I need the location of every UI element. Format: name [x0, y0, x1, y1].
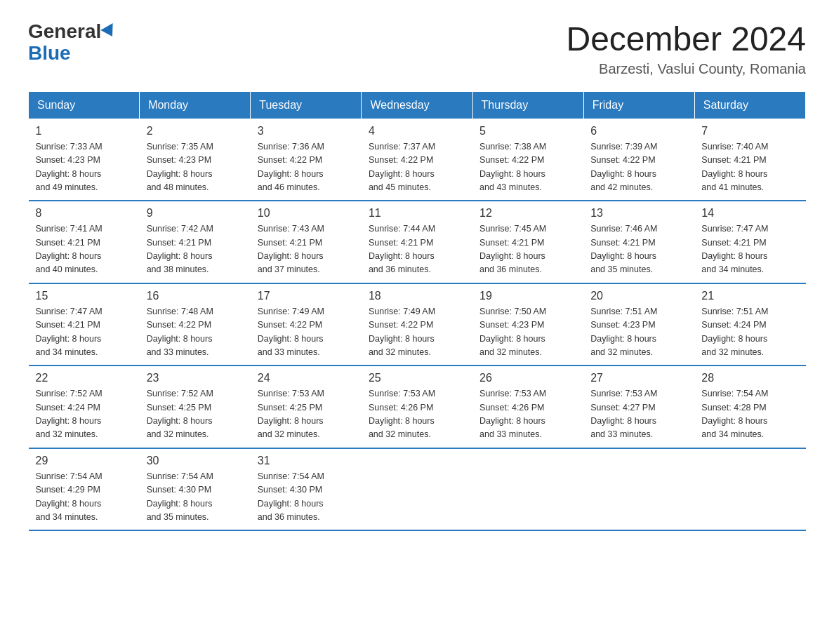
day-info: Sunrise: 7:37 AMSunset: 4:22 PMDaylight:… [369, 140, 465, 195]
day-cell: 14 Sunrise: 7:47 AMSunset: 4:21 PMDaylig… [694, 201, 805, 283]
day-number: 1 [36, 125, 133, 137]
day-number: 19 [479, 290, 576, 302]
day-cell: 5 Sunrise: 7:38 AMSunset: 4:22 PMDayligh… [472, 119, 583, 201]
month-title: December 2024 [566, 21, 806, 58]
week-row-1: 1 Sunrise: 7:33 AMSunset: 4:23 PMDayligh… [29, 119, 806, 201]
day-cell: 24 Sunrise: 7:53 AMSunset: 4:25 PMDaylig… [251, 365, 362, 448]
day-info: Sunrise: 7:51 AMSunset: 4:23 PMDaylight:… [590, 305, 687, 360]
day-number: 4 [369, 125, 465, 137]
day-number: 30 [147, 455, 244, 467]
day-info: Sunrise: 7:53 AMSunset: 4:26 PMDaylight:… [479, 387, 576, 442]
day-number: 11 [369, 207, 465, 220]
weekday-header-monday: Monday [140, 91, 251, 119]
day-number: 24 [258, 372, 355, 384]
weekday-header-tuesday: Tuesday [251, 91, 362, 119]
day-number: 10 [258, 207, 355, 220]
day-cell: 10 Sunrise: 7:43 AMSunset: 4:21 PMDaylig… [251, 201, 362, 283]
day-info: Sunrise: 7:36 AMSunset: 4:22 PMDaylight:… [258, 140, 355, 195]
day-cell: 6 Sunrise: 7:39 AMSunset: 4:22 PMDayligh… [583, 119, 694, 201]
day-number: 22 [36, 372, 133, 384]
page-header: General Blue December 2024 Barzesti, Vas… [28, 21, 806, 77]
day-info: Sunrise: 7:40 AMSunset: 4:21 PMDaylight:… [701, 140, 798, 195]
day-info: Sunrise: 7:44 AMSunset: 4:21 PMDaylight:… [369, 222, 465, 277]
day-info: Sunrise: 7:52 AMSunset: 4:25 PMDaylight:… [147, 387, 244, 442]
day-number: 29 [36, 455, 133, 467]
day-info: Sunrise: 7:54 AMSunset: 4:30 PMDaylight:… [258, 470, 355, 525]
day-number: 21 [701, 290, 798, 302]
day-info: Sunrise: 7:53 AMSunset: 4:26 PMDaylight:… [369, 387, 465, 442]
day-number: 8 [36, 207, 133, 220]
day-cell: 8 Sunrise: 7:41 AMSunset: 4:21 PMDayligh… [29, 201, 140, 283]
day-cell: 31 Sunrise: 7:54 AMSunset: 4:30 PMDaylig… [251, 448, 362, 531]
logo-triangle-icon [101, 23, 119, 40]
day-info: Sunrise: 7:50 AMSunset: 4:23 PMDaylight:… [479, 305, 576, 360]
day-info: Sunrise: 7:54 AMSunset: 4:30 PMDaylight:… [147, 470, 244, 525]
day-cell: 2 Sunrise: 7:35 AMSunset: 4:23 PMDayligh… [140, 119, 251, 201]
location-title: Barzesti, Vaslui County, Romania [566, 61, 806, 77]
day-info: Sunrise: 7:42 AMSunset: 4:21 PMDaylight:… [147, 222, 244, 277]
day-number: 3 [258, 125, 355, 137]
day-info: Sunrise: 7:46 AMSunset: 4:21 PMDaylight:… [590, 222, 687, 277]
day-cell: 13 Sunrise: 7:46 AMSunset: 4:21 PMDaylig… [583, 201, 694, 283]
day-cell: 29 Sunrise: 7:54 AMSunset: 4:29 PMDaylig… [29, 448, 140, 531]
weekday-header-wednesday: Wednesday [362, 91, 472, 119]
day-cell: 18 Sunrise: 7:49 AMSunset: 4:22 PMDaylig… [362, 283, 472, 366]
day-number: 14 [701, 207, 798, 220]
day-info: Sunrise: 7:45 AMSunset: 4:21 PMDaylight:… [479, 222, 576, 277]
day-number: 26 [479, 372, 576, 384]
day-cell: 15 Sunrise: 7:47 AMSunset: 4:21 PMDaylig… [29, 283, 140, 366]
day-cell [694, 448, 805, 531]
day-cell [583, 448, 694, 531]
day-info: Sunrise: 7:47 AMSunset: 4:21 PMDaylight:… [701, 222, 798, 277]
day-cell: 27 Sunrise: 7:53 AMSunset: 4:27 PMDaylig… [583, 365, 694, 448]
day-cell: 22 Sunrise: 7:52 AMSunset: 4:24 PMDaylig… [29, 365, 140, 448]
logo: General Blue [28, 21, 117, 65]
day-cell: 25 Sunrise: 7:53 AMSunset: 4:26 PMDaylig… [362, 365, 472, 448]
day-info: Sunrise: 7:35 AMSunset: 4:23 PMDaylight:… [147, 140, 244, 195]
day-number: 13 [590, 207, 687, 220]
day-cell: 7 Sunrise: 7:40 AMSunset: 4:21 PMDayligh… [694, 119, 805, 201]
day-info: Sunrise: 7:52 AMSunset: 4:24 PMDaylight:… [36, 387, 133, 442]
day-info: Sunrise: 7:53 AMSunset: 4:27 PMDaylight:… [590, 387, 687, 442]
day-cell: 4 Sunrise: 7:37 AMSunset: 4:22 PMDayligh… [362, 119, 472, 201]
day-info: Sunrise: 7:41 AMSunset: 4:21 PMDaylight:… [36, 222, 133, 277]
weekday-header-row: SundayMondayTuesdayWednesdayThursdayFrid… [29, 91, 806, 119]
day-number: 9 [147, 207, 244, 220]
week-row-4: 22 Sunrise: 7:52 AMSunset: 4:24 PMDaylig… [29, 365, 806, 448]
day-number: 7 [701, 125, 798, 137]
day-number: 15 [36, 290, 133, 302]
day-info: Sunrise: 7:47 AMSunset: 4:21 PMDaylight:… [36, 305, 133, 360]
day-cell: 11 Sunrise: 7:44 AMSunset: 4:21 PMDaylig… [362, 201, 472, 283]
day-number: 23 [147, 372, 244, 384]
weekday-header-sunday: Sunday [29, 91, 140, 119]
day-cell: 16 Sunrise: 7:48 AMSunset: 4:22 PMDaylig… [140, 283, 251, 366]
calendar-table: SundayMondayTuesdayWednesdayThursdayFrid… [28, 91, 806, 532]
day-cell: 20 Sunrise: 7:51 AMSunset: 4:23 PMDaylig… [583, 283, 694, 366]
week-row-2: 8 Sunrise: 7:41 AMSunset: 4:21 PMDayligh… [29, 201, 806, 283]
day-cell: 3 Sunrise: 7:36 AMSunset: 4:22 PMDayligh… [251, 119, 362, 201]
day-cell: 1 Sunrise: 7:33 AMSunset: 4:23 PMDayligh… [29, 119, 140, 201]
day-info: Sunrise: 7:48 AMSunset: 4:22 PMDaylight:… [147, 305, 244, 360]
day-cell: 21 Sunrise: 7:51 AMSunset: 4:24 PMDaylig… [694, 283, 805, 366]
day-number: 5 [479, 125, 576, 137]
day-cell: 12 Sunrise: 7:45 AMSunset: 4:21 PMDaylig… [472, 201, 583, 283]
day-number: 18 [369, 290, 465, 302]
day-info: Sunrise: 7:53 AMSunset: 4:25 PMDaylight:… [258, 387, 355, 442]
day-info: Sunrise: 7:49 AMSunset: 4:22 PMDaylight:… [258, 305, 355, 360]
day-cell: 17 Sunrise: 7:49 AMSunset: 4:22 PMDaylig… [251, 283, 362, 366]
day-cell [472, 448, 583, 531]
day-info: Sunrise: 7:33 AMSunset: 4:23 PMDaylight:… [36, 140, 133, 195]
day-info: Sunrise: 7:38 AMSunset: 4:22 PMDaylight:… [479, 140, 576, 195]
day-info: Sunrise: 7:51 AMSunset: 4:24 PMDaylight:… [701, 305, 798, 360]
day-info: Sunrise: 7:49 AMSunset: 4:22 PMDaylight:… [369, 305, 465, 360]
day-number: 25 [369, 372, 465, 384]
day-info: Sunrise: 7:54 AMSunset: 4:29 PMDaylight:… [36, 470, 133, 525]
week-row-5: 29 Sunrise: 7:54 AMSunset: 4:29 PMDaylig… [29, 448, 806, 531]
day-number: 28 [701, 372, 798, 384]
day-number: 16 [147, 290, 244, 302]
day-cell: 19 Sunrise: 7:50 AMSunset: 4:23 PMDaylig… [472, 283, 583, 366]
day-number: 6 [590, 125, 687, 137]
day-number: 27 [590, 372, 687, 384]
week-row-3: 15 Sunrise: 7:47 AMSunset: 4:21 PMDaylig… [29, 283, 806, 366]
weekday-header-thursday: Thursday [472, 91, 583, 119]
